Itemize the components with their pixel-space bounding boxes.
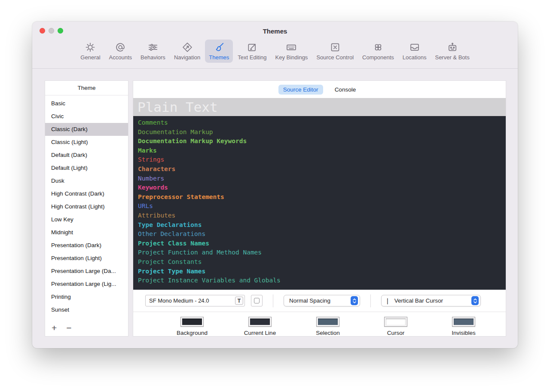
toolbar-tab-label: Behaviors (141, 54, 165, 61)
at-icon (115, 41, 126, 53)
theme-item-high-contrast-dark[interactable]: High Contrast (Dark) (45, 187, 128, 200)
theme-item-low-key[interactable]: Low Key (45, 213, 128, 226)
toolbar-tab-components[interactable]: Components (358, 40, 398, 63)
theme-item-dusk[interactable]: Dusk (45, 175, 128, 187)
toolbar-tab-themes[interactable]: Themes (205, 40, 233, 63)
gear-icon (85, 41, 96, 53)
tab-source-editor[interactable]: Source Editor (278, 85, 323, 95)
theme-item-presentation-large-da[interactable]: Presentation Large (Da... (45, 265, 128, 278)
syntax-category-type-declarations[interactable]: Type Declarations (138, 220, 506, 230)
pencil-square-icon (247, 41, 258, 53)
syntax-category-project-type-names[interactable]: Project Type Names (138, 267, 506, 276)
color-well-cursor[interactable] (384, 317, 407, 327)
toolbar-tab-label: Components (362, 54, 394, 61)
theme-editor-panel: Source Editor Console Plain Text Comment… (133, 81, 506, 336)
toolbar-tab-locations[interactable]: Locations (399, 40, 431, 63)
color-well-current-line[interactable] (248, 317, 272, 327)
theme-item-default-dark[interactable]: Default (Dark) (45, 149, 128, 162)
toolbar-tab-accounts[interactable]: Accounts (105, 40, 136, 63)
swatch-label: Cursor (387, 330, 405, 336)
toolbar-tab-text-editing[interactable]: Text Editing (234, 40, 270, 63)
font-picker-button[interactable]: T (235, 297, 243, 305)
syntax-category-project-instance-variables-and-globals[interactable]: Project Instance Variables and Globals (138, 276, 506, 285)
theme-item-presentation-large-lig[interactable]: Presentation Large (Lig... (45, 278, 128, 291)
add-theme-button[interactable]: + (52, 324, 57, 332)
keyboard-icon (286, 41, 297, 53)
toolbar-tab-source-control[interactable]: Source Control (312, 40, 358, 63)
paintbrush-icon (214, 41, 225, 53)
color-well-fill (386, 318, 406, 325)
theme-item-presentation-light[interactable]: Presentation (Light) (45, 252, 128, 265)
color-well-fill (182, 318, 202, 325)
line-spacing-popup[interactable]: Normal Spacing (284, 295, 360, 306)
tab-console[interactable]: Console (330, 85, 361, 95)
toolbar-tab-label: Locations (403, 54, 427, 61)
syntax-category-keywords[interactable]: Keywords (138, 183, 506, 193)
toolbar-tab-label: Server & Bots (435, 54, 469, 61)
zoom-button[interactable] (58, 28, 63, 34)
toolbar-tab-key-bindings[interactable]: Key Bindings (271, 40, 312, 63)
sliders-icon (147, 41, 159, 53)
divider (370, 294, 371, 307)
stepper-icon (351, 296, 358, 305)
sidebar-actions: + − (45, 320, 128, 336)
source-control-icon (330, 41, 341, 53)
toolbar-tab-label: Accounts (109, 54, 132, 61)
syntax-category-urls[interactable]: URLs (138, 202, 506, 211)
minimize-button[interactable] (49, 28, 54, 34)
syntax-category-project-class-names[interactable]: Project Class Names (138, 239, 506, 248)
remove-theme-button[interactable]: − (66, 324, 71, 332)
theme-item-high-contrast-light[interactable]: High Contrast (Light) (45, 200, 128, 213)
syntax-category-strings[interactable]: Strings (138, 155, 506, 165)
theme-item-midnight[interactable]: Midnight (45, 226, 128, 239)
font-field-wrap: T (145, 295, 245, 306)
syntax-category-comments[interactable]: Comments (138, 118, 506, 128)
cursor-style-popup[interactable]: | Vertical Bar Cursor (381, 295, 481, 306)
close-button[interactable] (40, 28, 45, 34)
syntax-category-characters[interactable]: Characters (138, 165, 506, 174)
syntax-category-documentation-markup[interactable]: Documentation Markup (138, 128, 506, 137)
color-well-fill (318, 318, 338, 325)
stepper-icon (471, 296, 479, 305)
desktop: Themes GeneralAccountsBehaviorsNavigatio… (0, 0, 550, 392)
theme-item-classic-light[interactable]: Classic (Light) (45, 136, 128, 149)
syntax-category-project-constants[interactable]: Project Constants (138, 257, 506, 267)
preferences-window: Themes GeneralAccountsBehaviorsNavigatio… (32, 21, 518, 348)
swatch-label: Selection (316, 330, 340, 336)
theme-item-basic[interactable]: Basic (45, 97, 128, 110)
theme-item-printing[interactable]: Printing (45, 291, 128, 303)
color-well-selection[interactable] (316, 317, 339, 327)
font-field[interactable] (145, 295, 245, 306)
color-well-background[interactable] (180, 317, 204, 327)
syntax-category-numbers[interactable]: Numbers (138, 174, 506, 184)
syntax-category-preprocessor-statements[interactable]: Preprocessor Statements (138, 193, 506, 202)
titlebar: Themes (32, 21, 518, 40)
swatch-background: Background (158, 317, 226, 336)
syntax-category-marks[interactable]: Marks (138, 146, 506, 156)
toolbar-tab-general[interactable]: General (76, 40, 104, 63)
tray-icon (409, 41, 420, 53)
character-options-button[interactable] (251, 295, 263, 306)
theme-item-default-light[interactable]: Default (Light) (45, 162, 128, 175)
plain-text-sample: Plain Text (133, 98, 506, 116)
theme-item-classic-dark[interactable]: Classic (Dark) (45, 123, 128, 136)
traffic-lights (40, 28, 63, 34)
syntax-category-attributes[interactable]: Attributes (138, 211, 506, 220)
syntax-category-documentation-markup-keywords[interactable]: Documentation Markup Keywords (138, 137, 506, 146)
line-spacing-popup-label: Normal Spacing (289, 297, 347, 304)
robot-icon (447, 41, 458, 53)
theme-item-sunset[interactable]: Sunset (45, 303, 128, 316)
preferences-toolbar: GeneralAccountsBehaviorsNavigationThemes… (32, 40, 518, 69)
vertical-bar-icon: | (387, 297, 388, 304)
toolbar-tab-server-bots[interactable]: Server & Bots (431, 40, 473, 63)
syntax-category-other-declarations[interactable]: Other Declarations (138, 230, 506, 239)
font-controls: T Normal Spacing | Ver (133, 290, 506, 312)
swatch-current-line: Current Line (226, 317, 294, 336)
syntax-category-project-function-and-method-names[interactable]: Project Function and Method Names (138, 248, 506, 257)
theme-item-presentation-dark[interactable]: Presentation (Dark) (45, 239, 128, 252)
color-well-invisibles[interactable] (452, 317, 475, 327)
toolbar-tab-navigation[interactable]: Navigation (170, 40, 204, 63)
theme-item-civic[interactable]: Civic (45, 110, 128, 123)
toolbar-tab-behaviors[interactable]: Behaviors (137, 40, 169, 63)
swatch-label: Invisibles (452, 330, 476, 336)
